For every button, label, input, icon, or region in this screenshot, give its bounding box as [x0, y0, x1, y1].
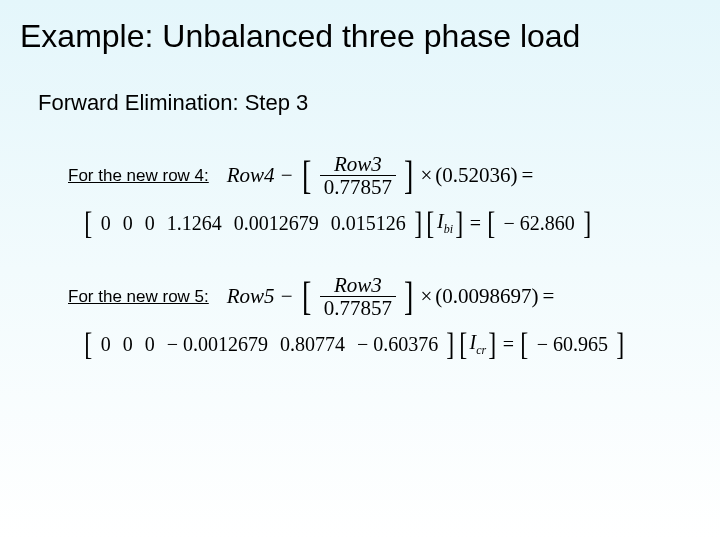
row5-derivation: Row5 − [ Row3 0.77857 ] × (0.0098697) = [227, 274, 559, 319]
bracket-open-icon: [ [520, 335, 529, 354]
cell: 0 [145, 212, 155, 235]
var-letter: I [437, 210, 444, 232]
paren-close: ) [510, 163, 517, 188]
cell: 0.80774 [280, 333, 345, 356]
bracket-close-icon: ] [582, 214, 591, 233]
bracket-open-icon: [ [301, 285, 313, 309]
cell: 0 [145, 333, 155, 356]
cell: 1.1264 [167, 212, 222, 235]
row5-var: Icr [470, 331, 487, 358]
subtitle: Forward Elimination: Step 3 [38, 90, 700, 116]
bracket-close-icon: ] [446, 335, 455, 354]
minus-sign: − [281, 163, 293, 188]
bracket-open-icon: [ [426, 214, 435, 233]
paren-open: ( [435, 163, 442, 188]
row4-mult: 0.52036 [442, 163, 510, 188]
bracket-close-icon: ] [403, 285, 415, 309]
row4-label: For the new row 4: [68, 166, 209, 186]
row5-label: For the new row 5: [68, 287, 209, 307]
row4-result: [ 0 0 0 1.1264 0.0012679 0.015126 ] [ Ib… [82, 210, 700, 237]
paren-close: ) [531, 284, 538, 309]
row4-var: Ibi [437, 210, 453, 237]
equals-sign: = [470, 212, 481, 235]
page-title: Example: Unbalanced three phase load [20, 18, 700, 55]
bracket-close-icon: ] [403, 164, 415, 188]
bracket-open-icon: [ [487, 214, 496, 233]
cell: − 0.0012679 [167, 333, 268, 356]
row5-lhs: Row5 [227, 284, 275, 309]
cell: − 0.60376 [357, 333, 438, 356]
row5-mult: 0.0098697 [442, 284, 531, 309]
var-sub: bi [444, 222, 453, 236]
row5-frac-den: 0.77857 [320, 296, 396, 319]
equals-sign: = [521, 163, 533, 188]
row4-frac-den: 0.77857 [320, 175, 396, 198]
bracket-open-icon: [ [301, 164, 313, 188]
minus-sign: − [281, 284, 293, 309]
bracket-close-icon: ] [413, 214, 422, 233]
row5-fraction: Row3 0.77857 [320, 274, 396, 319]
cell: 0.0012679 [234, 212, 319, 235]
bracket-open-icon: [ [458, 335, 467, 354]
row4-rhs: − 62.860 [504, 212, 575, 235]
row4-line: For the new row 4: Row4 − [ Row3 0.77857… [20, 148, 700, 204]
equals-sign: = [542, 284, 554, 309]
cell: 0 [123, 212, 133, 235]
row5-line: For the new row 5: Row5 − [ Row3 0.77857… [20, 269, 700, 325]
cell: 0.015126 [331, 212, 406, 235]
bracket-open-icon: [ [84, 214, 93, 233]
cell: 0 [123, 333, 133, 356]
bracket-open-icon: [ [84, 335, 93, 354]
row5-frac-num: Row3 [330, 274, 386, 296]
slide: Example: Unbalanced three phase load For… [0, 0, 720, 540]
row5-rhs: − 60.965 [537, 333, 608, 356]
paren-open: ( [435, 284, 442, 309]
row4-fraction: Row3 0.77857 [320, 153, 396, 198]
bracket-close-icon: ] [616, 335, 625, 354]
row4-derivation: Row4 − [ Row3 0.77857 ] × (0.52036) = [227, 153, 538, 198]
row4-frac-num: Row3 [330, 153, 386, 175]
cell: 0 [101, 333, 111, 356]
equals-sign: = [503, 333, 514, 356]
row5-result: [ 0 0 0 − 0.0012679 0.80774 − 0.60376 ] … [82, 331, 700, 358]
row4-lhs: Row4 [227, 163, 275, 188]
bracket-close-icon: ] [488, 335, 497, 354]
cell: 0 [101, 212, 111, 235]
times-sign: × [420, 284, 432, 309]
bracket-close-icon: ] [455, 214, 464, 233]
var-sub: cr [476, 343, 486, 357]
times-sign: × [420, 163, 432, 188]
